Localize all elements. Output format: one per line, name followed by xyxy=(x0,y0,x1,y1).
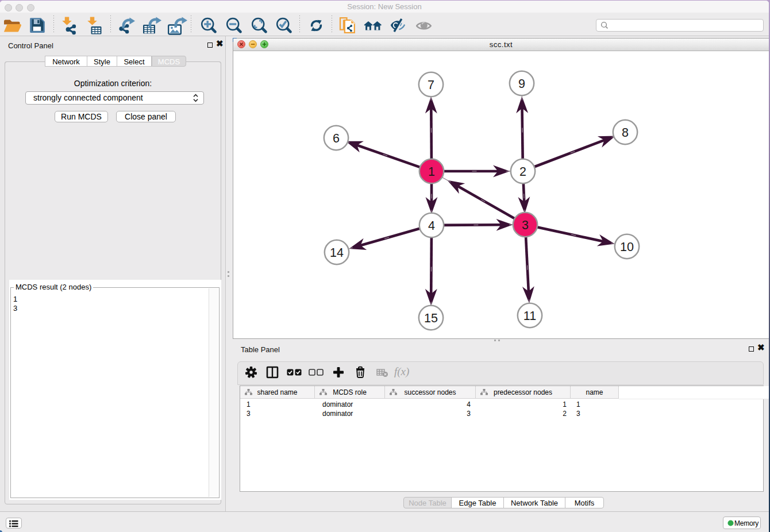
svg-text:11: 11 xyxy=(523,309,536,323)
svg-text:4: 4 xyxy=(428,219,435,233)
svg-text:7: 7 xyxy=(428,78,434,92)
svg-text:2: 2 xyxy=(519,165,526,179)
svg-text:6: 6 xyxy=(333,132,340,145)
svg-text:3: 3 xyxy=(522,218,529,232)
svg-text:15: 15 xyxy=(424,311,438,325)
svg-text:1: 1 xyxy=(428,165,435,179)
svg-text:10: 10 xyxy=(620,240,634,254)
svg-text:9: 9 xyxy=(518,77,525,91)
svg-text:8: 8 xyxy=(622,126,629,140)
svg-text:14: 14 xyxy=(330,246,344,260)
